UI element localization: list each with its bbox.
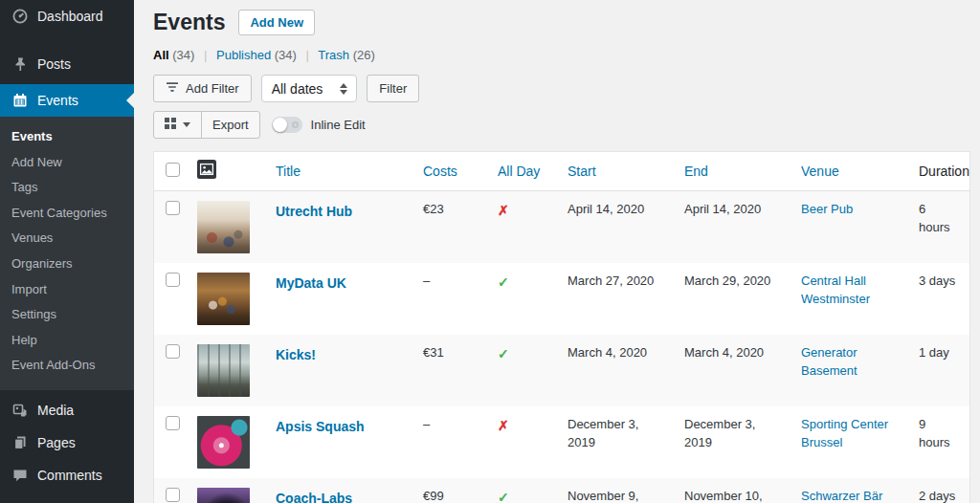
column-header-venue[interactable]: Venue: [791, 152, 909, 191]
page-title: Events: [153, 10, 225, 35]
event-costs: €23: [413, 191, 488, 264]
view-all-link[interactable]: All: [153, 48, 169, 62]
select-all-checkbox[interactable]: [166, 163, 180, 177]
calendar-icon: [11, 92, 29, 109]
event-title-link[interactable]: Coach-Labs: [276, 488, 352, 503]
add-filter-button[interactable]: Add Filter: [153, 75, 252, 102]
event-end-date: March 4, 2020: [675, 335, 791, 406]
submenu-item-event-categories[interactable]: Event Categories: [0, 201, 134, 227]
event-thumbnail[interactable]: [197, 201, 250, 253]
sidebar-item-label: Media: [37, 403, 74, 418]
column-header-end[interactable]: End: [675, 152, 791, 191]
event-start-date: November 9, 2019: [558, 478, 675, 503]
sidebar-item-events[interactable]: Events: [0, 84, 134, 117]
view-separator: |: [301, 48, 315, 62]
column-header-all-day[interactable]: All Day: [488, 152, 558, 191]
submenu-item-organizers[interactable]: Organizers: [0, 252, 134, 277]
inline-edit-label: Inline Edit: [311, 118, 366, 132]
event-thumbnail[interactable]: [197, 488, 250, 503]
event-duration: 6 hours: [909, 191, 969, 264]
events-admin-page: Events Add New All (34) | Published (34)…: [134, 0, 980, 503]
row-checkbox[interactable]: [166, 488, 180, 502]
pages-icon: [11, 434, 29, 451]
media-icon: [11, 402, 29, 419]
submenu-item-event-add-ons[interactable]: Event Add-Ons: [0, 353, 134, 379]
column-header-start[interactable]: Start: [558, 152, 675, 191]
filter-button[interactable]: Filter: [367, 75, 419, 102]
event-title-link[interactable]: Apsis Squash: [276, 416, 365, 436]
row-checkbox[interactable]: [166, 416, 180, 430]
events-submenu: Events Add New Tags Event Categories Ven…: [0, 117, 134, 390]
chevron-down-icon: [183, 122, 190, 127]
all-day-indicator: ✓: [498, 274, 509, 290]
table-row: Apsis Squash – ✗ December 3, 2019 Decemb…: [154, 406, 969, 478]
event-thumbnail[interactable]: [197, 344, 250, 397]
export-button-group: Export: [153, 111, 260, 139]
submenu-item-settings[interactable]: Settings: [0, 302, 134, 328]
venue-link[interactable]: Beer Pub: [801, 202, 853, 216]
all-day-indicator: ✗: [498, 418, 509, 433]
inline-edit-toggle[interactable]: [272, 117, 302, 133]
view-published-link[interactable]: Published: [216, 48, 271, 62]
sidebar-item-label: Pages: [37, 435, 76, 450]
submenu-item-venues[interactable]: Venues: [0, 226, 134, 252]
toggle-knob: [273, 118, 287, 132]
filter-lines-icon: [166, 81, 179, 96]
view-published-count: (34): [275, 48, 297, 62]
event-duration: 2 days: [909, 478, 969, 503]
submenu-item-help[interactable]: Help: [0, 328, 134, 354]
sidebar-item-posts[interactable]: Posts: [0, 48, 134, 80]
venue-link[interactable]: Sporting Center Brussel: [801, 417, 888, 449]
sidebar-item-pages[interactable]: Pages: [0, 426, 134, 459]
view-trash-count: (26): [353, 48, 375, 62]
event-title-link[interactable]: MyData UK: [276, 273, 346, 293]
event-costs: €99: [413, 478, 488, 503]
event-start-date: April 14, 2020: [558, 191, 675, 264]
event-costs: €31: [413, 335, 488, 406]
event-title-link[interactable]: Utrecht Hub: [276, 201, 352, 221]
event-title-link[interactable]: Kicks!: [276, 344, 316, 364]
export-button[interactable]: Export: [201, 112, 259, 138]
sidebar-item-comments[interactable]: Comments: [0, 459, 134, 492]
row-checkbox[interactable]: [166, 344, 180, 359]
column-header-costs[interactable]: Costs: [413, 152, 488, 191]
event-start-date: March 4, 2020: [558, 335, 675, 406]
submenu-item-tags[interactable]: Tags: [0, 175, 134, 201]
submenu-item-import[interactable]: Import: [0, 277, 134, 303]
event-start-date: March 27, 2020: [558, 263, 675, 335]
venue-link[interactable]: Schwarzer Bär: [801, 489, 882, 503]
venue-link[interactable]: Generator Basement: [801, 345, 858, 378]
featured-image-column-header: [188, 152, 266, 191]
row-checkbox[interactable]: [166, 201, 180, 215]
filter-toolbar: Add Filter All dates Filter: [153, 75, 970, 102]
sidebar-item-label: Posts: [37, 56, 71, 72]
event-thumbnail[interactable]: [197, 416, 250, 469]
submenu-item-events[interactable]: Events: [0, 124, 134, 150]
submenu-item-add-new[interactable]: Add New: [0, 150, 134, 176]
column-header-title[interactable]: Title: [266, 152, 413, 191]
sidebar-item-dashboard[interactable]: Dashboard: [0, 0, 134, 33]
dates-select[interactable]: All dates: [261, 75, 358, 102]
events-list-table: Title Costs All Day Start End Venue Dura…: [153, 151, 970, 503]
all-day-indicator: ✗: [498, 203, 509, 218]
event-end-date: April 14, 2020: [675, 191, 791, 264]
image-icon: [197, 166, 216, 182]
venue-link[interactable]: Central Hall Westminster: [801, 273, 870, 306]
table-header-row: Title Costs All Day Start End Venue Dura…: [154, 152, 969, 191]
add-new-button[interactable]: Add New: [238, 10, 315, 35]
toggle-off-dot: [292, 121, 299, 128]
dates-select-value: All dates: [272, 81, 323, 97]
add-filter-label: Add Filter: [186, 81, 239, 96]
row-checkbox[interactable]: [166, 273, 180, 287]
view-trash-link[interactable]: Trash: [318, 48, 349, 62]
grid-icon: [165, 118, 177, 133]
all-day-indicator: ✓: [498, 346, 509, 361]
admin-sidebar: Dashboard Posts Events Events Add New Ta…: [0, 0, 134, 503]
event-duration: 9 hours: [909, 406, 969, 478]
table-row: Utrecht Hub €23 ✗ April 14, 2020 April 1…: [154, 191, 969, 264]
event-thumbnail[interactable]: [197, 273, 250, 325]
column-picker-button[interactable]: [154, 112, 201, 138]
column-header-duration: Duration: [909, 152, 969, 191]
table-row: MyData UK – ✓ March 27, 2020 March 29, 2…: [154, 263, 969, 335]
sidebar-item-media[interactable]: Media: [0, 394, 134, 426]
